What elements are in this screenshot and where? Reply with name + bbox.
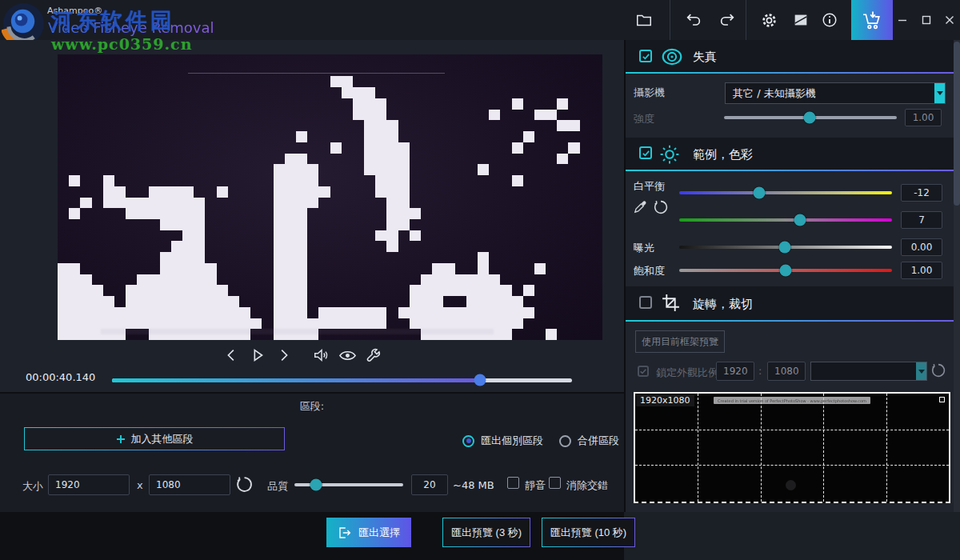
exposure-handle[interactable] bbox=[778, 242, 790, 254]
strength-handle[interactable] bbox=[803, 112, 815, 124]
dropdown-arrow[interactable] bbox=[916, 362, 926, 380]
radio-export-individual[interactable] bbox=[462, 435, 474, 447]
quality-handle[interactable] bbox=[310, 479, 322, 491]
open-file-button[interactable] bbox=[630, 0, 658, 40]
camera-dropdown[interactable]: 其它 / 未知攝影機 bbox=[725, 82, 946, 104]
check-icon bbox=[642, 52, 650, 61]
fisheye-icon bbox=[659, 48, 685, 66]
camera-label: 攝影機 bbox=[634, 86, 665, 100]
color-checkbox[interactable] bbox=[639, 146, 652, 159]
radio-export-individual-label: 匯出個別區段 bbox=[481, 434, 543, 448]
strength-value[interactable]: 1.00 bbox=[905, 109, 942, 126]
crop-checkbox[interactable] bbox=[639, 296, 652, 309]
reset-crop-button[interactable] bbox=[930, 362, 946, 378]
reset-wb-button[interactable] bbox=[653, 199, 669, 215]
camera-dropdown-value: 其它 / 未知攝影機 bbox=[733, 86, 816, 101]
export-preview-3s-button[interactable]: 匯出預覽 (3 秒) bbox=[442, 518, 530, 547]
settings-panel: 失真 攝影機 其它 / 未知攝影機 強度 1.00 bbox=[624, 40, 960, 512]
quality-value[interactable]: 20 bbox=[411, 474, 448, 495]
minimize-button[interactable] bbox=[891, 0, 914, 40]
maximize-button[interactable] bbox=[915, 0, 938, 40]
wb-tint-value[interactable]: 7 bbox=[901, 211, 942, 229]
segments-panel: 區段: 加入其他區段 匯出個別區段 合併區段 大小 1920 x 1080 品質… bbox=[0, 392, 624, 512]
segments-label: 區段: bbox=[0, 399, 624, 414]
close-button[interactable] bbox=[939, 0, 960, 40]
add-segment-button[interactable]: 加入其他區段 bbox=[24, 427, 285, 450]
minimize-icon bbox=[898, 15, 907, 25]
radio-merge-segments[interactable] bbox=[559, 435, 571, 447]
ratio-preset-dropdown[interactable] bbox=[810, 362, 927, 381]
video-preview[interactable] bbox=[58, 54, 602, 340]
preview-spot bbox=[786, 480, 796, 490]
cart-icon bbox=[862, 10, 883, 30]
ratio-width-input[interactable]: 1920 bbox=[716, 362, 754, 381]
height-input[interactable]: 1080 bbox=[149, 474, 230, 495]
scrollbar-thumb[interactable] bbox=[954, 42, 960, 206]
radio-merge-segments-label: 合併區段 bbox=[578, 434, 619, 448]
toolbar-divider bbox=[670, 0, 670, 40]
video-artifact-line bbox=[188, 73, 444, 74]
export-mode-group: 匯出個別區段 合併區段 bbox=[462, 434, 619, 448]
saturation-label: 飽和度 bbox=[634, 264, 665, 278]
wb-tint-slider[interactable] bbox=[679, 218, 892, 222]
export-selection-button[interactable]: 匯出選擇 bbox=[326, 518, 411, 547]
buy-button[interactable] bbox=[851, 0, 893, 40]
resolution-label: 1920x1080 bbox=[636, 394, 694, 406]
grid-line bbox=[823, 394, 824, 502]
deinterlace-checkbox[interactable] bbox=[549, 477, 561, 489]
undo-button[interactable] bbox=[680, 0, 707, 40]
feedback-button[interactable] bbox=[787, 0, 814, 40]
quality-label: 品質 bbox=[267, 479, 288, 494]
ratio-separator: : bbox=[758, 365, 762, 377]
strength-slider[interactable] bbox=[724, 116, 897, 119]
saturation-handle[interactable] bbox=[780, 265, 792, 277]
wb-tint-handle[interactable] bbox=[794, 214, 806, 226]
lock-aspect-checkbox[interactable] bbox=[638, 366, 649, 377]
tools-button[interactable] bbox=[363, 346, 382, 365]
mute-checkbox[interactable] bbox=[507, 477, 519, 489]
footer-right bbox=[624, 512, 960, 560]
app-window: Ashampoo® Video Fisheye Removal bbox=[0, 0, 960, 560]
wb-temperature-handle[interactable] bbox=[754, 187, 766, 199]
video-panel: 00:00:40.140 bbox=[0, 40, 624, 392]
white-balance-label: 白平衡 bbox=[634, 179, 665, 194]
timeline-slider[interactable] bbox=[112, 374, 572, 386]
timeline-played bbox=[112, 378, 480, 382]
saturation-value[interactable]: 1.00 bbox=[901, 262, 942, 279]
distortion-checkbox[interactable] bbox=[639, 50, 652, 62]
wb-temperature-value[interactable]: -12 bbox=[901, 184, 942, 202]
redo-button[interactable] bbox=[714, 0, 741, 40]
play-button[interactable] bbox=[248, 346, 267, 365]
saturation-slider[interactable] bbox=[679, 269, 892, 272]
crop-corner-handle[interactable] bbox=[939, 397, 945, 402]
titlebar: Ashampoo® Video Fisheye Removal bbox=[0, 0, 960, 40]
quality-slider[interactable] bbox=[294, 483, 403, 486]
previous-frame-button[interactable] bbox=[222, 346, 242, 365]
next-icon bbox=[274, 346, 292, 364]
exposure-value[interactable]: 0.00 bbox=[901, 238, 942, 256]
exposure-slider[interactable] bbox=[679, 246, 892, 249]
eyedropper-button[interactable] bbox=[633, 199, 648, 214]
size-separator: x bbox=[137, 479, 143, 491]
dropdown-arrow[interactable] bbox=[934, 83, 945, 103]
add-segment-label: 加入其他區段 bbox=[131, 432, 194, 446]
volume-button[interactable] bbox=[312, 346, 331, 365]
width-input[interactable]: 1920 bbox=[48, 474, 130, 495]
rate-icon bbox=[792, 11, 810, 29]
grid-line bbox=[635, 465, 949, 466]
wb-temperature-slider[interactable] bbox=[679, 191, 892, 194]
export-preview-10s-button[interactable]: 匯出預覽 (10 秒) bbox=[542, 518, 635, 547]
video-watermark-smudge bbox=[101, 329, 493, 334]
settings-button[interactable] bbox=[755, 0, 782, 40]
timeline-handle[interactable] bbox=[474, 374, 486, 386]
ratio-height-input[interactable]: 1080 bbox=[767, 362, 806, 381]
use-current-frame-button[interactable]: 使用目前框架預覽 bbox=[635, 330, 725, 353]
preview-toggle-button[interactable] bbox=[338, 346, 357, 365]
next-frame-button[interactable] bbox=[274, 346, 293, 365]
reset-size-button[interactable] bbox=[235, 475, 254, 494]
maximize-icon bbox=[922, 15, 931, 25]
info-button[interactable] bbox=[816, 0, 843, 40]
panel-scrollbar[interactable] bbox=[954, 40, 960, 512]
crop-preview[interactable]: Created in trial version of PerfectPhoto… bbox=[634, 392, 950, 503]
grid-line bbox=[886, 394, 887, 502]
